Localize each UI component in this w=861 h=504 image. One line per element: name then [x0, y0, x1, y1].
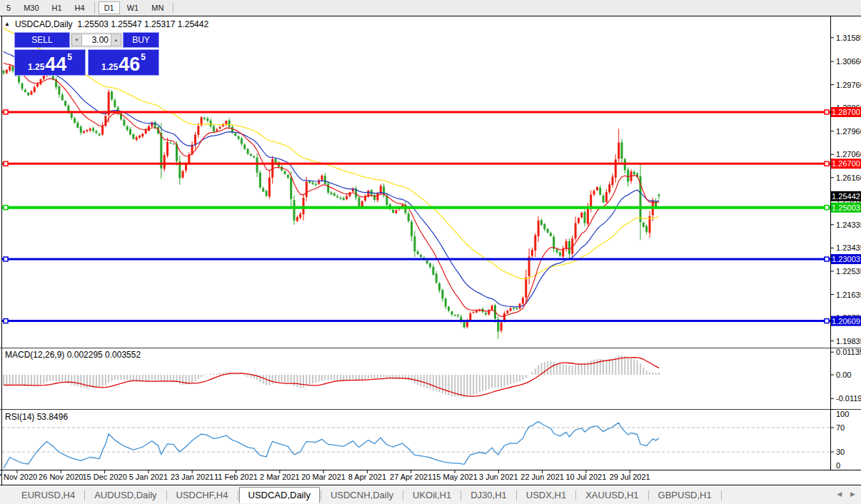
candle-body [306, 182, 308, 197]
volume-spinner: ▼ 3.00 ▲ [70, 32, 123, 48]
sell-price-pip: 5 [67, 52, 72, 62]
candle-body [485, 313, 487, 314]
sell-price-display[interactable]: 1.25 44 5 [14, 49, 86, 76]
candle-body [608, 184, 610, 192]
candle-body [268, 178, 271, 197]
line-handle[interactable] [4, 110, 8, 114]
candle-body [580, 213, 583, 217]
line-handle[interactable] [825, 257, 829, 261]
line-handle[interactable] [4, 206, 8, 210]
candle-body [293, 200, 296, 221]
candle-body [621, 142, 623, 158]
candle-body [243, 145, 246, 149]
candle-body [241, 138, 243, 144]
candle-body [633, 172, 635, 175]
axis-tick-label: 1.21635 [836, 291, 861, 299]
candle-body [324, 176, 326, 184]
candle-body [491, 306, 493, 310]
candle-body [287, 175, 289, 178]
axis-tick-label: 27 Apr 2021 [390, 473, 432, 481]
candle-body [327, 183, 329, 193]
candle-body [163, 155, 166, 168]
candle-body [31, 91, 33, 95]
line-handle[interactable] [825, 206, 829, 210]
candle-body [543, 224, 545, 229]
candle-body [43, 75, 45, 79]
sell-button[interactable]: SELL [14, 32, 70, 48]
candle-body [426, 261, 428, 263]
axis-tick-label: 1.23435 [836, 243, 861, 252]
candle-body [417, 251, 419, 254]
axis-tick-label: 2 Mar 2021 [260, 473, 300, 481]
macd-indicator-label: MACD(12,26,9) 0.002295 0.003552 [5, 350, 141, 360]
candle-body [603, 196, 605, 203]
candle-body [24, 90, 26, 92]
buy-button[interactable]: BUY [123, 32, 159, 48]
axis-tick-label: 29 Jul 2021 [610, 473, 650, 481]
candle-body [469, 313, 471, 321]
tab-scroll-left-icon[interactable]: ◀ [837, 490, 842, 498]
candle-body [136, 137, 138, 140]
axis-tick-label: 1.22535 [836, 267, 861, 276]
candle-body [250, 154, 252, 156]
collapse-triangle-icon[interactable]: ▲ [4, 21, 10, 27]
candle-body [219, 127, 221, 128]
candle-body [392, 210, 394, 213]
candle-body [210, 121, 212, 126]
tab-scroll-right-icon[interactable]: ▶ [850, 490, 855, 498]
candle-body [296, 217, 298, 221]
candle-body [154, 122, 156, 128]
candle-body [67, 106, 69, 111]
axis-tick-label: 20 Mar 2021 [301, 473, 346, 481]
candle-body [346, 196, 348, 199]
axis-tick-label: 0.01135 [836, 348, 861, 356]
axis-tick-label: 1.19835 [836, 337, 861, 346]
candle-body [315, 183, 317, 185]
candle-body [99, 134, 101, 136]
line-handle[interactable] [4, 257, 8, 261]
axis-tick-label: 22 Jun 2021 [520, 473, 564, 481]
axis-tick-label: 3 Jun 2021 [479, 473, 518, 481]
line-handle[interactable] [825, 161, 829, 166]
candle-body [556, 249, 558, 252]
volume-increase-button[interactable]: ▲ [111, 34, 121, 46]
candle-body [58, 86, 60, 94]
candle-body [336, 196, 338, 198]
ma-line-1 [4, 51, 659, 307]
candle-body [253, 156, 255, 158]
candle-body [95, 131, 97, 133]
line-handle[interactable] [825, 110, 829, 114]
axis-tick-label: 1.23003 [832, 255, 860, 263]
candle-body [9, 66, 11, 71]
candle-body [290, 177, 292, 199]
candle-body [408, 213, 410, 221]
candle-body [27, 93, 29, 96]
candle-body [71, 113, 73, 118]
candle-body [169, 143, 171, 143]
candle-body [74, 119, 76, 123]
rsi-line [4, 422, 659, 468]
axis-tick-label: 10 Jul 2021 [565, 473, 606, 481]
candle-body [615, 160, 617, 178]
axis-tick-label: 26 Nov 2020 [39, 473, 83, 481]
candle-body [438, 283, 440, 291]
buy-price-pip: 5 [141, 52, 146, 62]
axis-tick-label: 1.27960 [836, 127, 861, 136]
ma-line-2 [4, 63, 659, 316]
candle-body [83, 131, 85, 133]
candle-body [123, 120, 125, 126]
candle-body [473, 312, 475, 313]
candle-body [457, 315, 459, 316]
candle-body [448, 307, 450, 311]
buy-price-display[interactable]: 1.25 46 5 [88, 49, 159, 76]
candle-body [194, 135, 196, 145]
line-handle[interactable] [825, 319, 829, 323]
candle-body [432, 267, 434, 275]
candle-body [420, 255, 422, 257]
line-handle[interactable] [4, 161, 8, 166]
volume-input[interactable]: 3.00 [82, 34, 111, 46]
volume-decrease-button[interactable]: ▼ [71, 34, 82, 46]
line-handle[interactable] [4, 319, 8, 323]
candle-body [599, 188, 601, 195]
chart-ohlc-values: 1.25503 1.25547 1.25317 1.25442 [78, 19, 209, 29]
